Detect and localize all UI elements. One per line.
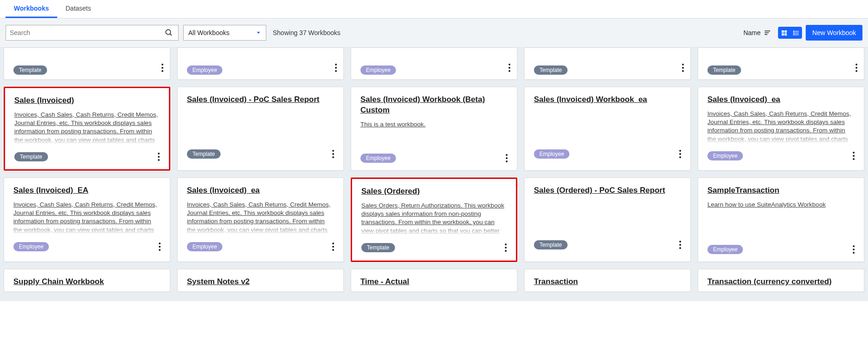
workbook-card[interactable]: Sales (Invoiced) Workbook_ea Employee (524, 87, 691, 171)
card-title[interactable]: Sales (Invoiced) - PoC Sales Report (187, 95, 334, 105)
card-title[interactable]: Sales (Ordered) - PoC Sales Report (534, 185, 681, 196)
card-title[interactable]: Time - Actual (360, 277, 508, 287)
card-menu-icon[interactable] (162, 64, 163, 72)
card-menu-icon[interactable] (853, 152, 855, 160)
sort-ascending-icon (763, 29, 772, 37)
card-description: Invoices, Cash Sales, Cash Returns, Cred… (13, 201, 161, 235)
badge-template: Template (707, 65, 741, 75)
card-menu-icon[interactable] (158, 153, 160, 161)
card-title[interactable]: Sales (Invoiced) Workbook_ea (534, 95, 681, 105)
workbook-card[interactable]: Sales (Invoiced) Workbook (Beta) Custom … (351, 87, 517, 171)
card-title[interactable]: Transaction (currency converted) (707, 277, 855, 287)
chevron-down-icon (256, 30, 261, 36)
card-menu-icon[interactable] (332, 243, 334, 251)
svg-line-1 (170, 34, 172, 36)
card-menu-icon[interactable] (679, 150, 681, 158)
workbook-card[interactable]: System Notes v2 (177, 269, 344, 292)
card-description: Invoices, Cash Sales, Cash Returns, Cred… (14, 111, 160, 145)
filter-dropdown[interactable]: All Workbooks (183, 25, 266, 41)
badge-template: Template (361, 243, 395, 252)
card-title[interactable]: System Notes v2 (187, 277, 334, 287)
list-view-button[interactable] (790, 27, 802, 39)
badge-template: Template (534, 240, 568, 249)
workbook-card[interactable]: Sales (Invoiced)_EA Invoices, Cash Sales… (4, 178, 170, 262)
result-count: Showing 37 Workbooks (273, 29, 341, 36)
badge-employee: Employee (360, 65, 396, 75)
sort-control[interactable]: Name (743, 29, 772, 37)
workbook-grid: Template Employee Employee Template Temp… (0, 47, 868, 301)
svg-point-12 (793, 31, 794, 31)
card-menu-icon[interactable] (509, 64, 510, 72)
badge-template: Template (534, 65, 568, 75)
badge-employee: Employee (187, 65, 222, 75)
search-icon[interactable] (161, 29, 177, 37)
workbook-card[interactable]: Sales (Invoiced) - PoC Sales Report Temp… (177, 87, 344, 171)
search-input[interactable] (6, 25, 161, 40)
card-description: Learn how to use SuiteAnalytics Workbook (707, 201, 855, 209)
card-title[interactable]: Sales (Invoiced) Workbook (Beta) Custom (360, 95, 508, 116)
workbook-card[interactable]: Sales (Ordered) - PoC Sales Report Templ… (524, 178, 691, 262)
grid-view-button[interactable] (778, 27, 790, 39)
card-menu-icon[interactable] (159, 243, 161, 251)
card-title[interactable]: Sales (Invoiced)_ea (707, 95, 855, 105)
workbook-card[interactable]: Template (524, 47, 691, 80)
card-description: Sales Orders, Return Authorizations. Thi… (361, 202, 507, 236)
card-title[interactable]: Sales (Ordered) (361, 186, 507, 197)
card-title[interactable]: Transaction (534, 277, 681, 287)
workbook-card[interactable]: SampleTransaction Learn how to use Suite… (698, 178, 864, 262)
badge-employee: Employee (360, 154, 396, 163)
workbook-card[interactable]: Sales (Ordered) Sales Orders, Return Aut… (351, 178, 517, 262)
card-menu-icon[interactable] (856, 64, 857, 72)
card-menu-icon[interactable] (506, 154, 508, 162)
card-title[interactable]: Sales (Invoiced)_ea (187, 185, 334, 196)
card-title[interactable]: Sales (Invoiced) (14, 95, 160, 106)
badge-template: Template (14, 152, 48, 161)
search-input-wrap (6, 25, 179, 41)
tab-datasets[interactable]: Datasets (57, 0, 99, 18)
svg-rect-5 (782, 30, 784, 32)
workbook-card[interactable]: Time - Actual (351, 269, 517, 292)
card-title[interactable]: Sales (Invoiced)_EA (13, 185, 161, 196)
badge-employee: Employee (187, 242, 222, 251)
card-menu-icon[interactable] (335, 64, 337, 72)
badge-template: Template (13, 65, 47, 75)
card-menu-icon[interactable] (505, 243, 507, 252)
view-toggle (778, 27, 802, 39)
card-description: Invoices, Cash Sales, Cash Returns, Cred… (187, 201, 334, 235)
new-workbook-button[interactable]: New Workbook (806, 25, 862, 41)
card-title[interactable]: SampleTransaction (707, 185, 855, 196)
badge-template: Template (187, 149, 221, 159)
workbook-card[interactable]: Sales (Invoiced) Invoices, Cash Sales, C… (4, 87, 170, 171)
card-description: Invoices, Cash Sales, Cash Returns, Cred… (707, 110, 855, 144)
workbook-card[interactable]: Sales (Invoiced)_ea Invoices, Cash Sales… (177, 178, 344, 262)
tab-workbooks[interactable]: Workbooks (6, 0, 57, 18)
workbook-card[interactable]: Template (698, 47, 864, 80)
svg-point-13 (793, 32, 794, 33)
workbook-card[interactable]: Template (4, 47, 170, 80)
svg-rect-6 (784, 30, 787, 32)
card-menu-icon[interactable] (853, 245, 855, 254)
svg-point-0 (166, 30, 171, 35)
badge-employee: Employee (13, 242, 49, 251)
workbook-card[interactable]: Sales (Invoiced)_ea Invoices, Cash Sales… (698, 87, 864, 171)
workbook-card[interactable]: Employee (177, 47, 344, 80)
toolbar: All Workbooks Showing 37 Workbooks Name … (0, 18, 868, 47)
top-tabs: Workbooks Datasets (0, 0, 868, 18)
svg-rect-8 (784, 33, 787, 36)
card-menu-icon[interactable] (679, 241, 681, 249)
workbook-card[interactable]: Transaction (524, 269, 691, 292)
badge-employee: Employee (707, 245, 743, 254)
badge-employee: Employee (707, 151, 743, 160)
sort-label: Name (743, 29, 760, 36)
card-description: This is a test workbook. (360, 120, 508, 129)
badge-employee: Employee (534, 149, 569, 159)
workbook-card[interactable]: Supply Chain Workbook (4, 269, 170, 292)
svg-rect-7 (782, 33, 784, 36)
svg-point-14 (793, 34, 794, 35)
filter-label: All Workbooks (188, 29, 229, 36)
workbook-card[interactable]: Employee (351, 47, 517, 80)
card-menu-icon[interactable] (332, 150, 334, 158)
card-title[interactable]: Supply Chain Workbook (13, 277, 161, 287)
card-menu-icon[interactable] (682, 64, 684, 72)
workbook-card[interactable]: Transaction (currency converted) (698, 269, 864, 292)
